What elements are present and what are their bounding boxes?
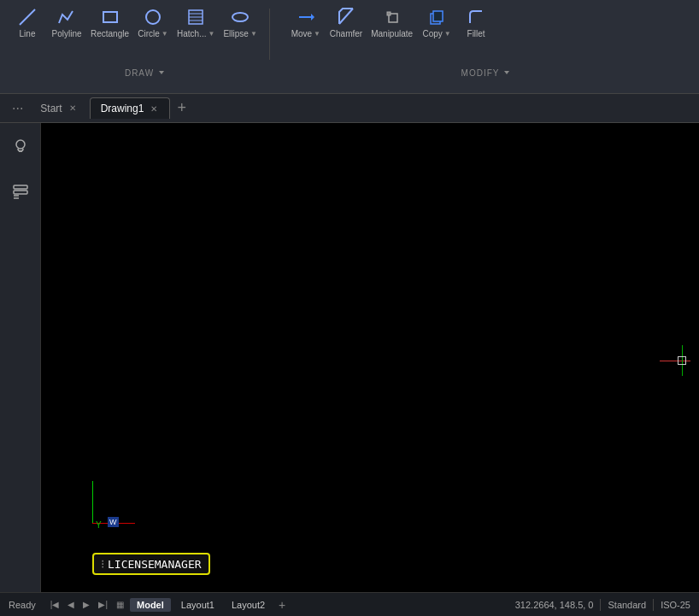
polyline-label: Polyline: [51, 29, 81, 38]
tab-start[interactable]: Start ✕: [30, 98, 87, 119]
status-coordinates: 312.2664, 148.5, 0: [515, 600, 594, 610]
ellipse-dropdown-icon[interactable]: ▼: [250, 30, 257, 38]
tab-drawing1-close[interactable]: ✕: [149, 104, 159, 114]
fillet-button[interactable]: Fillet: [457, 3, 495, 40]
svg-point-7: [232, 13, 248, 21]
move-dropdown-icon[interactable]: ▼: [314, 30, 320, 38]
status-divider1: [600, 599, 601, 611]
tab-drawing1[interactable]: Drawing1 ✕: [90, 97, 171, 119]
crosshair-box: [678, 356, 686, 365]
command-line: ⁝ LICENSEMANAGER: [92, 553, 210, 575]
tab-start-label: Start: [40, 103, 62, 114]
layout2-tab[interactable]: Layout2: [225, 598, 272, 612]
rectangle-button[interactable]: Rectangle: [87, 3, 132, 40]
layout-tabs: |◀ ◀ ▶ ▶| ▦ Model Layout1 Layout2 +: [48, 598, 290, 612]
svg-line-0: [20, 9, 35, 25]
tabs-bar: ··· Start ✕ Drawing1 ✕ +: [0, 94, 699, 123]
toolbar-labels: DRAW MODIFY: [0, 60, 699, 85]
lightbulb-icon[interactable]: [6, 132, 35, 163]
status-divider2: [653, 599, 654, 611]
nav-last-button[interactable]: ▶|: [96, 599, 110, 610]
svg-rect-1: [103, 12, 117, 22]
nav-sheets-button[interactable]: ▦: [114, 599, 126, 610]
status-bar: Ready |◀ ◀ ▶ ▶| ▦ Model Layout1 Layout2 …: [0, 592, 699, 616]
tab-add-button[interactable]: +: [172, 99, 191, 117]
draw-group: Line Polyline Rectangle: [9, 3, 261, 40]
modify-section-label[interactable]: MODIFY: [461, 68, 512, 78]
svg-rect-19: [14, 185, 27, 189]
modify-group: Move ▼ Chamfer: [287, 3, 495, 40]
rectangle-label: Rectangle: [91, 29, 129, 38]
command-text: LICENSEMANAGER: [108, 558, 202, 571]
circle-label: Circle: [138, 29, 160, 38]
chamfer-label: Chamfer: [330, 29, 362, 38]
hatch-label: Hatch...: [177, 29, 206, 38]
move-button[interactable]: Move ▼: [287, 3, 325, 40]
polyline-button[interactable]: Polyline: [48, 3, 85, 40]
y-axis-line: [92, 481, 93, 524]
toolbar: Line Polyline Rectangle: [0, 0, 699, 94]
svg-marker-16: [504, 71, 509, 74]
tab-start-close[interactable]: ✕: [68, 103, 78, 113]
layers-icon[interactable]: [6, 177, 35, 208]
move-label: Move: [291, 29, 312, 38]
svg-marker-15: [159, 71, 164, 74]
svg-point-2: [146, 10, 160, 24]
layout-model-tab[interactable]: Model: [130, 598, 171, 612]
draw-section-label[interactable]: DRAW: [125, 68, 166, 78]
fillet-label: Fillet: [467, 29, 485, 38]
status-right: 312.2664, 148.5, 0 Standard ISO-25: [515, 599, 690, 611]
canvas-area[interactable]: Y W ⁝ LICENSEMANAGER: [41, 123, 699, 592]
command-dots: ⁝: [101, 557, 104, 571]
ellipse-button[interactable]: Ellipse ▼: [220, 3, 260, 40]
copy-button[interactable]: Copy ▼: [418, 3, 455, 40]
copy-label: Copy: [422, 29, 442, 38]
left-sidebar: [0, 123, 41, 592]
layout1-tab[interactable]: Layout1: [174, 598, 221, 612]
circle-dropdown-icon[interactable]: ▼: [162, 30, 168, 38]
hatch-dropdown-icon[interactable]: ▼: [209, 30, 215, 38]
svg-marker-9: [311, 14, 314, 21]
nav-prev-button[interactable]: ◀: [65, 599, 77, 610]
chamfer-button[interactable]: Chamfer: [326, 3, 366, 40]
layout-add-button[interactable]: +: [275, 598, 289, 612]
tabs-overflow-button[interactable]: ···: [7, 101, 28, 116]
status-ready: Ready: [9, 600, 36, 610]
hatch-button[interactable]: Hatch... ▼: [173, 3, 218, 40]
line-button[interactable]: Line: [9, 3, 46, 40]
command-input-box[interactable]: ⁝ LICENSEMANAGER: [92, 553, 210, 575]
y-axis-label: Y: [96, 520, 102, 530]
ellipse-label: Ellipse: [223, 29, 248, 38]
nav-first-button[interactable]: |◀: [48, 599, 62, 610]
svg-rect-14: [433, 11, 443, 21]
svg-rect-20: [14, 191, 27, 194]
w-label: W: [108, 517, 119, 527]
line-label: Line: [20, 29, 36, 38]
status-left: Ready |◀ ◀ ▶ ▶| ▦ Model Layout1 Layout2 …: [9, 598, 289, 612]
copy-dropdown-icon[interactable]: ▼: [444, 30, 451, 38]
tab-drawing1-label: Drawing1: [101, 103, 144, 114]
svg-rect-12: [387, 12, 391, 15]
manipulate-label: Manipulate: [371, 29, 413, 38]
toolbar-top: Line Polyline Rectangle: [0, 0, 699, 60]
svg-point-17: [16, 140, 25, 149]
circle-button[interactable]: Circle ▼: [134, 3, 172, 40]
nav-next-button[interactable]: ▶: [80, 599, 92, 610]
status-standard: Standard: [608, 600, 646, 610]
toolbar-separator: [269, 9, 270, 60]
main-area: Y W ⁝ LICENSEMANAGER: [0, 123, 699, 592]
status-iso: ISO-25: [661, 600, 690, 610]
manipulate-button[interactable]: Manipulate: [367, 3, 416, 40]
